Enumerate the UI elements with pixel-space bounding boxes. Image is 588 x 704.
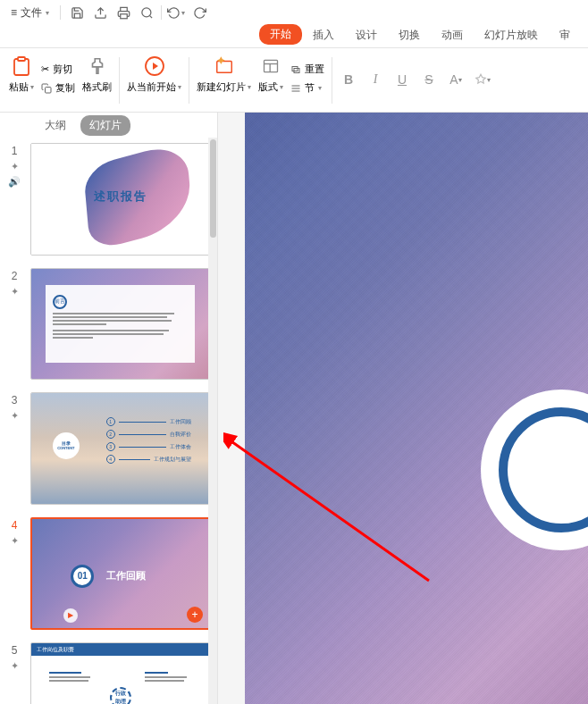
undo-icon[interactable]: ▾ bbox=[165, 2, 187, 23]
menubar: ≡ 文件 ▾ ▾ bbox=[0, 0, 588, 25]
thumbnail-row: 3 ✦ 目录 CONTENT 1工作回顾 2自我评价 3工作体会 bbox=[4, 392, 210, 505]
strikethrough-button[interactable]: S bbox=[416, 68, 441, 91]
scrollbar[interactable] bbox=[208, 138, 217, 704]
play-icon bbox=[142, 54, 167, 79]
star-icon: ✦ bbox=[11, 660, 19, 672]
underline-button[interactable]: U bbox=[390, 68, 415, 91]
slide-canvas-area[interactable] bbox=[218, 113, 588, 704]
copy-label: 复制 bbox=[55, 81, 75, 95]
print-icon[interactable] bbox=[113, 2, 134, 23]
paste-button[interactable]: 粘贴▾ bbox=[5, 52, 38, 96]
slide5-header: 工作岗位及职责 bbox=[37, 647, 74, 652]
thumbnail-gutter: 2 ✦ bbox=[4, 268, 25, 381]
slide2-badge: 前言 bbox=[53, 295, 67, 309]
reset-label: 重置 bbox=[305, 63, 324, 76]
new-slide-button[interactable]: 新建幻灯片▾ bbox=[193, 52, 255, 96]
slide-thumbnail-5[interactable]: 工作岗位及职责 行政 助理 bbox=[30, 642, 210, 705]
reset-button[interactable]: 重置 bbox=[287, 61, 328, 78]
highlight-icon bbox=[475, 73, 487, 86]
export-icon[interactable] bbox=[89, 2, 111, 23]
svg-rect-9 bbox=[265, 60, 278, 71]
thumbnail-gutter: 4 ✦ bbox=[4, 517, 25, 630]
slide5-circle-top: 行政 bbox=[115, 690, 126, 698]
italic-button[interactable]: I bbox=[363, 68, 388, 91]
slide-minis: 重置 节▾ bbox=[287, 52, 328, 105]
tab-animation[interactable]: 动画 bbox=[431, 24, 474, 47]
slide-canvas[interactable] bbox=[245, 113, 588, 704]
copy-icon bbox=[41, 83, 52, 94]
file-menu[interactable]: ≡ 文件 ▾ bbox=[5, 4, 55, 22]
tab-slideshow[interactable]: 幻灯片放映 bbox=[474, 24, 549, 47]
chevron-down-icon: ▾ bbox=[178, 83, 181, 91]
copy-button[interactable]: 复制 bbox=[38, 80, 79, 96]
tab-insert[interactable]: 插入 bbox=[302, 24, 345, 47]
format-painter-button[interactable]: 格式刷 bbox=[79, 52, 115, 96]
cut-label: 剪切 bbox=[53, 63, 72, 76]
slide-panel: 大纲 幻灯片 1 ✦ 🔊 述职报告 bbox=[0, 113, 218, 704]
panel-tab-slides[interactable]: 幻灯片 bbox=[80, 115, 130, 136]
clipboard-minis: ✂剪切 复制 bbox=[38, 52, 79, 105]
redo-icon[interactable] bbox=[189, 2, 210, 23]
bold-button[interactable]: B bbox=[336, 68, 361, 91]
panel-tab-outline[interactable]: 大纲 bbox=[36, 115, 75, 136]
toc-item: 工作回顾 bbox=[170, 418, 191, 426]
chevron-down-icon: ▾ bbox=[458, 76, 462, 84]
svg-marker-7 bbox=[153, 63, 158, 70]
star-icon: ✦ bbox=[11, 286, 19, 298]
svg-rect-8 bbox=[216, 62, 231, 73]
thumbnail-row: 1 ✦ 🔊 述职报告 bbox=[4, 143, 210, 256]
from-current-button[interactable]: 从当前开始▾ bbox=[123, 52, 185, 96]
svg-rect-4 bbox=[18, 57, 25, 61]
layout-button[interactable]: 版式▾ bbox=[255, 52, 287, 96]
tab-design[interactable]: 设计 bbox=[345, 24, 388, 47]
clipboard-icon bbox=[9, 54, 34, 79]
section-label: 节 bbox=[305, 81, 315, 95]
print-preview-icon[interactable] bbox=[136, 2, 157, 23]
chevron-down-icon: ▾ bbox=[487, 76, 491, 84]
thumbnail-row: 2 ✦ 前言 bbox=[4, 268, 210, 381]
slide-number: 5 bbox=[12, 644, 18, 657]
tab-transition[interactable]: 切换 bbox=[388, 24, 431, 47]
slide-thumbnail-2[interactable]: 前言 bbox=[30, 268, 210, 381]
section-button[interactable]: 节▾ bbox=[287, 80, 328, 96]
ribbon-tabstrip: 开始 插入 设计 切换 动画 幻灯片放映 审 bbox=[0, 25, 588, 48]
slide4-label: 工作回顾 bbox=[106, 569, 146, 582]
thumbnail-gutter: 1 ✦ 🔊 bbox=[4, 143, 25, 256]
cut-button[interactable]: ✂剪切 bbox=[38, 61, 79, 78]
tab-start[interactable]: 开始 bbox=[259, 24, 302, 45]
reset-icon bbox=[290, 64, 301, 75]
divider bbox=[119, 57, 120, 104]
slide-thumbnail-1[interactable]: 述职报告 bbox=[30, 143, 210, 256]
chevron-down-icon: ▾ bbox=[318, 84, 322, 92]
divider bbox=[60, 5, 61, 20]
font-color-button[interactable]: A▾ bbox=[443, 68, 468, 91]
add-slide-icon[interactable]: + bbox=[187, 607, 203, 623]
save-icon[interactable] bbox=[66, 2, 88, 23]
slide-thumbnail-4[interactable]: 01 工作回顾 ▶ + bbox=[30, 517, 210, 630]
thumbnail-gutter: 5 ✦ bbox=[4, 642, 25, 705]
slide5-circle-bottom: 助理 bbox=[115, 698, 126, 704]
thumbnails-scroll[interactable]: 1 ✦ 🔊 述职报告 2 ✦ bbox=[0, 138, 217, 704]
ribbon: 粘贴▾ ✂剪切 复制 格式刷 从当前开始▾ 新建幻灯片▾ 版式▾ 重置 节▾ B… bbox=[0, 48, 588, 113]
slide-thumbnail-3[interactable]: 目录 CONTENT 1工作回顾 2自我评价 3工作体会 4工作规划与展望 bbox=[30, 392, 210, 505]
divider bbox=[332, 57, 332, 104]
toc-item: 工作体会 bbox=[170, 443, 191, 451]
svg-line-3 bbox=[149, 15, 152, 18]
hamburger-icon: ≡ bbox=[11, 6, 17, 19]
divider bbox=[189, 57, 189, 104]
scrollbar-handle[interactable] bbox=[210, 139, 216, 238]
svg-rect-5 bbox=[46, 87, 52, 93]
new-slide-label: 新建幻灯片 bbox=[197, 80, 246, 94]
tab-review[interactable]: 审 bbox=[549, 24, 581, 47]
divider bbox=[161, 5, 162, 20]
format-painter-label: 格式刷 bbox=[82, 80, 112, 94]
paste-label: 粘贴 bbox=[9, 80, 29, 94]
thumbnails: 1 ✦ 🔊 述职报告 2 ✦ bbox=[0, 138, 217, 704]
star-icon: ✦ bbox=[11, 535, 19, 547]
highlight-button[interactable]: ▾ bbox=[470, 68, 495, 91]
thumbnail-row: 4 ✦ 01 工作回顾 ▶ + bbox=[4, 517, 210, 630]
slide-number: 2 bbox=[12, 270, 18, 282]
section-icon bbox=[290, 83, 301, 94]
play-icon[interactable]: ▶ bbox=[63, 608, 78, 623]
font-color-label: A bbox=[449, 72, 458, 87]
